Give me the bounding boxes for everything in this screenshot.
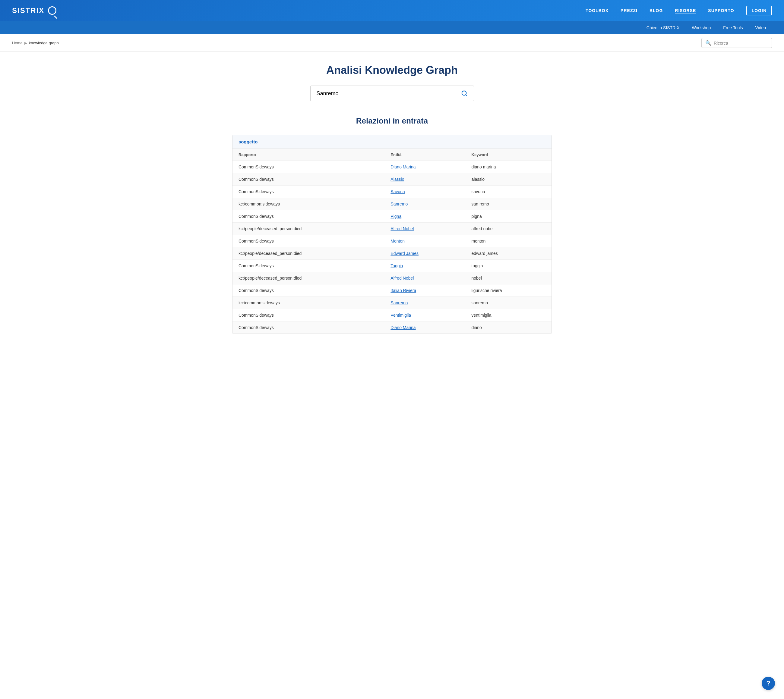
entita-link[interactable]: Diano Marina: [390, 325, 415, 330]
page-title: Analisi Knowledge Graph: [232, 64, 552, 76]
cell-keyword: nobel: [465, 272, 551, 285]
cell-rapporto: kc:/common:sideways: [233, 297, 384, 309]
nav-blog[interactable]: BLOG: [649, 8, 663, 13]
entita-link[interactable]: Alfred Nobel: [390, 226, 414, 231]
entita-link[interactable]: Ventimiglia: [390, 313, 411, 318]
main-search-button[interactable]: [455, 86, 474, 101]
cell-keyword: taggia: [465, 260, 551, 272]
cell-keyword: savona: [465, 186, 551, 198]
breadcrumb-current: knowledge graph: [29, 41, 59, 45]
nav-prezzi[interactable]: PREZZI: [621, 8, 638, 13]
small-search-bar[interactable]: 🔍: [701, 38, 772, 48]
nav-risorse[interactable]: RISORSE: [675, 8, 696, 14]
table-section-header: soggetto: [233, 135, 551, 149]
table-row: kc:/common:sidewaysSanremosan remo: [233, 198, 551, 210]
cell-rapporto: kc:/people/deceased_person:died: [233, 223, 384, 235]
cell-rapporto: kc:/people/deceased_person:died: [233, 247, 384, 260]
subnav-video[interactable]: Video: [749, 25, 772, 30]
cell-keyword: ligurische riviera: [465, 285, 551, 297]
cell-entita: Alassio: [384, 173, 465, 186]
cell-keyword: ventimiglia: [465, 309, 551, 321]
brand-logo[interactable]: SISTRIX: [12, 6, 56, 15]
relations-table-container: soggetto Rapporto Entità Keyword CommonS…: [232, 135, 552, 334]
sub-navigation: Chiedi a SISTRIX Workshop Free Tools Vid…: [0, 21, 784, 34]
cell-entita: Sanremo: [384, 297, 465, 309]
entita-link[interactable]: Italian Riviera: [390, 288, 416, 293]
cell-entita: Alfred Nobel: [384, 223, 465, 235]
cell-rapporto: kc:/common:sideways: [233, 198, 384, 210]
relations-table: Rapporto Entità Keyword CommonSidewaysDi…: [233, 149, 551, 333]
top-navigation: SISTRIX TOOLBOX PREZZI BLOG RISORSE SUPP…: [0, 0, 784, 21]
subnav-free-tools[interactable]: Free Tools: [717, 25, 749, 30]
cell-entita: Edward James: [384, 247, 465, 260]
table-row: CommonSidewaysAlassioalassio: [233, 173, 551, 186]
cell-keyword: diano: [465, 321, 551, 334]
table-row: kc:/people/deceased_person:diedEdward Ja…: [233, 247, 551, 260]
top-nav-links: TOOLBOX PREZZI BLOG RISORSE SUPPORTO LOG…: [586, 8, 772, 13]
cell-entita: Diano Marina: [384, 321, 465, 334]
breadcrumb-bar: Home ▶ knowledge graph 🔍: [0, 34, 784, 52]
cell-rapporto: CommonSideways: [233, 260, 384, 272]
entita-link[interactable]: Pigna: [390, 214, 401, 219]
section-title: Relazioni in entrata: [232, 116, 552, 126]
cell-entita: Diano Marina: [384, 161, 465, 173]
entita-link[interactable]: Alassio: [390, 177, 404, 182]
logo-search-icon: [48, 6, 56, 15]
table-header-row: Rapporto Entità Keyword: [233, 149, 551, 161]
entita-link[interactable]: Taggia: [390, 263, 403, 268]
entita-link[interactable]: Diano Marina: [390, 164, 415, 169]
subnav-workshop[interactable]: Workshop: [686, 25, 718, 30]
main-content: Analisi Knowledge Graph Relazioni in ent…: [226, 52, 558, 346]
nav-supporto[interactable]: SUPPORTO: [708, 8, 734, 13]
cell-rapporto: kc:/people/deceased_person:died: [233, 272, 384, 285]
table-row: CommonSidewaysPignapigna: [233, 210, 551, 223]
cell-keyword: diano marina: [465, 161, 551, 173]
table-row: kc:/people/deceased_person:diedAlfred No…: [233, 272, 551, 285]
cell-entita: Ventimiglia: [384, 309, 465, 321]
breadcrumb-separator: ▶: [25, 41, 27, 45]
brand-name: SISTRIX: [12, 6, 44, 15]
cell-keyword: san remo: [465, 198, 551, 210]
cell-rapporto: CommonSideways: [233, 321, 384, 334]
cell-rapporto: CommonSideways: [233, 210, 384, 223]
table-row: CommonSidewaysSavonasavona: [233, 186, 551, 198]
cell-rapporto: CommonSideways: [233, 309, 384, 321]
cell-rapporto: CommonSideways: [233, 173, 384, 186]
search-icon: [461, 90, 468, 97]
cell-keyword: edward james: [465, 247, 551, 260]
col-entita: Entità: [384, 149, 465, 161]
breadcrumb: Home ▶ knowledge graph: [12, 41, 59, 45]
cell-entita: Alfred Nobel: [384, 272, 465, 285]
entita-link[interactable]: Savona: [390, 189, 405, 194]
entita-link[interactable]: Menton: [390, 239, 405, 243]
breadcrumb-home[interactable]: Home: [12, 41, 23, 45]
table-row: CommonSidewaysItalian Rivieraligurische …: [233, 285, 551, 297]
cell-entita: Sanremo: [384, 198, 465, 210]
svg-line-1: [465, 94, 467, 96]
cell-keyword: alassio: [465, 173, 551, 186]
nav-toolbox[interactable]: TOOLBOX: [586, 8, 608, 13]
table-row: CommonSidewaysMentonmenton: [233, 235, 551, 247]
subnav-chiedi[interactable]: Chiedi a SISTRIX: [641, 25, 686, 30]
cell-entita: Pigna: [384, 210, 465, 223]
main-search-form: [232, 86, 552, 101]
table-row: CommonSidewaysDiano Marinadiano marina: [233, 161, 551, 173]
login-button[interactable]: LOGIN: [746, 6, 772, 15]
cell-entita: Menton: [384, 235, 465, 247]
entita-link[interactable]: Edward James: [390, 251, 419, 256]
entita-link[interactable]: Alfred Nobel: [390, 276, 414, 280]
col-rapporto: Rapporto: [233, 149, 384, 161]
entita-link[interactable]: Sanremo: [390, 300, 408, 305]
cell-keyword: alfred nobel: [465, 223, 551, 235]
cell-keyword: pigna: [465, 210, 551, 223]
table-row: CommonSidewaysVentimigliaventimiglia: [233, 309, 551, 321]
cell-entita: Italian Riviera: [384, 285, 465, 297]
small-search-input[interactable]: [714, 41, 768, 45]
table-row: CommonSidewaysDiano Marinadiano: [233, 321, 551, 334]
cell-entita: Taggia: [384, 260, 465, 272]
entita-link[interactable]: Sanremo: [390, 202, 408, 206]
cell-rapporto: CommonSideways: [233, 161, 384, 173]
main-search-input[interactable]: [310, 86, 455, 101]
small-search-icon: 🔍: [705, 40, 711, 46]
table-row: kc:/common:sidewaysSanremosanremo: [233, 297, 551, 309]
